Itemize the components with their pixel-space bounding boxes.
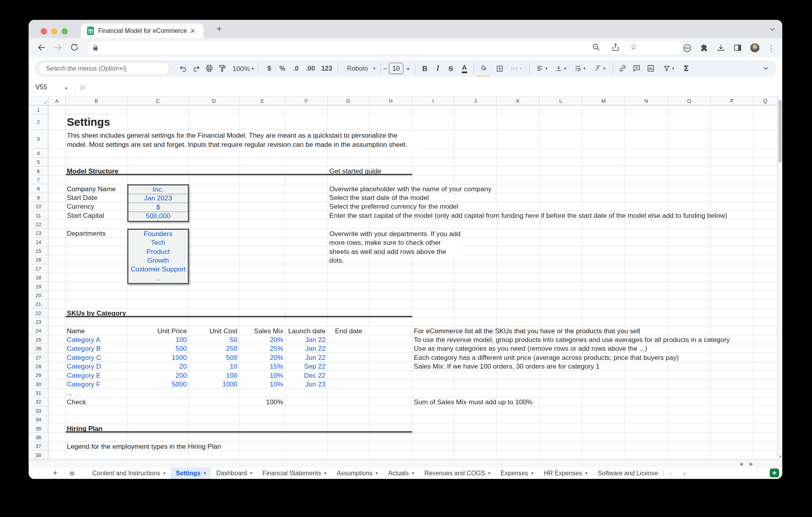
merge-cells-icon[interactable]: ▾ xyxy=(507,60,525,77)
row-header-1[interactable]: 1 xyxy=(29,106,48,114)
back-icon[interactable] xyxy=(37,43,46,52)
column-header-L[interactable]: L xyxy=(540,96,582,105)
sku-cell[interactable]: 25% xyxy=(239,345,283,353)
undo-icon[interactable] xyxy=(177,60,190,77)
row-header-16[interactable]: 16 xyxy=(29,256,48,264)
more-formats-button[interactable]: 123 xyxy=(320,60,334,77)
zoom-icon[interactable] xyxy=(592,43,600,52)
row-header-19[interactable]: 19 xyxy=(29,282,48,291)
hide-toolbar-chevron-icon[interactable] xyxy=(762,65,769,71)
department-cell[interactable]: .. xyxy=(128,274,188,283)
sheet-tab-dropdown-icon[interactable]: ▾ xyxy=(412,471,414,476)
row-header-27[interactable]: 27 xyxy=(29,353,48,362)
row-header-30[interactable]: 30 xyxy=(29,380,48,388)
next-sheets-icon[interactable]: › xyxy=(678,469,691,477)
column-header-J[interactable]: J xyxy=(454,96,497,105)
field-label-cell[interactable]: Start Capital xyxy=(67,211,104,219)
redo-icon[interactable] xyxy=(190,60,203,77)
scroll-right-icon[interactable]: ▶ xyxy=(748,461,755,466)
row-header-36[interactable]: 36 xyxy=(29,433,48,442)
add-sheet-button[interactable]: + xyxy=(50,467,61,479)
scroll-down-icon[interactable]: ▼ xyxy=(778,455,782,458)
row-header-6[interactable]: 6 xyxy=(29,167,48,175)
sheet-tab-dropdown-icon[interactable]: ▾ xyxy=(204,471,206,476)
departments-box[interactable]: FoundersTechProductGrowthCustomer Suppor… xyxy=(127,229,189,284)
field-note-cell[interactable]: Select the preferred currency for the mo… xyxy=(329,203,458,211)
column-header-B[interactable]: B xyxy=(66,96,127,105)
tab-search-chevron-icon[interactable] xyxy=(769,25,776,33)
browser-tab[interactable]: Financial Model for eCommerce ✕ xyxy=(81,23,203,38)
department-cell[interactable]: Customer Support xyxy=(128,265,188,274)
sku-cell[interactable]: 20% xyxy=(239,354,283,361)
sku-cell[interactable]: 1000 xyxy=(189,380,237,388)
column-header-C[interactable]: C xyxy=(127,96,189,105)
sku-cell[interactable]: Category E xyxy=(67,371,101,379)
check-label-cell[interactable]: Check xyxy=(67,398,86,406)
field-value-cell[interactable]: 500,000 xyxy=(128,212,188,221)
row-header-25[interactable]: 25 xyxy=(29,335,48,344)
sku-cell[interactable]: 10 xyxy=(189,362,237,370)
row-header-14[interactable]: 14 xyxy=(29,238,48,246)
row-header-24[interactable]: 24 xyxy=(29,327,48,335)
formula-input[interactable] xyxy=(96,79,782,96)
bookmark-star-icon[interactable]: ☆ xyxy=(630,43,637,52)
row-header-32[interactable]: 32 xyxy=(29,398,48,406)
sheet-tab-dropdown-icon[interactable]: ▾ xyxy=(376,471,378,476)
forward-icon[interactable] xyxy=(53,43,63,52)
font-select[interactable]: Roboto▾ xyxy=(343,60,377,77)
strikethrough-button[interactable]: S xyxy=(444,60,457,77)
department-cell[interactable]: Product xyxy=(128,248,188,256)
row-header-11[interactable]: 11 xyxy=(29,211,48,220)
sku-cell[interactable]: 100 xyxy=(127,336,187,344)
row-header-10[interactable]: 10 xyxy=(29,202,48,211)
sku-cell[interactable]: Dec 22 xyxy=(285,371,326,379)
hiring-plan-legend-cell[interactable]: Legend for the employment types in the H… xyxy=(67,442,221,450)
sku-header-cell[interactable]: Unit Price xyxy=(127,327,187,335)
sku-cell[interactable]: Jan 22 xyxy=(285,336,326,344)
spreadsheet-grid[interactable]: ABCDEFGHIJKLMNOPQ 1234567891011121314151… xyxy=(29,96,778,459)
zoom-select[interactable]: 100%▾ xyxy=(232,60,255,77)
select-all-corner[interactable] xyxy=(29,96,48,105)
sheet-tab-dropdown-icon[interactable]: ▾ xyxy=(163,471,165,476)
sheet-tab-expenses[interactable]: Expenses▾ xyxy=(496,467,539,479)
check-value-cell[interactable]: 100% xyxy=(239,398,283,406)
column-header-G[interactable]: G xyxy=(328,96,370,105)
italic-button[interactable]: I xyxy=(431,60,444,77)
sku-cell[interactable]: Jun 22 xyxy=(285,354,326,361)
text-wrap-icon[interactable]: ▾ xyxy=(570,60,590,77)
text-color-button[interactable]: A xyxy=(458,60,471,77)
row-header-9[interactable]: 9 xyxy=(29,193,48,202)
borders-icon[interactable] xyxy=(492,60,506,77)
close-tab-icon[interactable]: ✕ xyxy=(190,27,195,35)
field-note-cell[interactable]: Enter the start capital of the model (on… xyxy=(329,211,727,219)
field-note-cell[interactable]: Overwrite placeholder with the name of y… xyxy=(329,185,492,193)
sku-cell[interactable]: 10% xyxy=(239,371,283,379)
row-header-17[interactable]: 17 xyxy=(29,264,48,273)
row-header-2[interactable]: 2 xyxy=(29,114,48,130)
profile-avatar[interactable] xyxy=(750,43,760,53)
sheet-tab-dropdown-icon[interactable]: ▾ xyxy=(531,471,533,476)
column-header-M[interactable]: M xyxy=(582,96,625,105)
field-value-cell[interactable]: $ xyxy=(128,203,188,212)
increase-font-size-button[interactable]: + xyxy=(404,60,412,77)
decrease-decimal-button[interactable]: .0 xyxy=(289,60,303,77)
sku-cell[interactable]: 50 xyxy=(189,336,237,344)
sku-cell[interactable]: Category C xyxy=(67,354,101,361)
extension-code-icon[interactable] xyxy=(683,43,692,53)
sku-cell[interactable]: Jan 22 xyxy=(285,345,326,353)
sheet-tab-dashboard[interactable]: Dashboard▾ xyxy=(211,467,257,479)
sku-cell[interactable]: Category B xyxy=(67,345,101,353)
column-header-K[interactable]: K xyxy=(497,96,540,105)
row-header-34[interactable]: 34 xyxy=(29,415,48,424)
decrease-font-size-button[interactable]: − xyxy=(381,60,389,77)
column-header-N[interactable]: N xyxy=(625,96,668,105)
text-rotation-icon[interactable]: ▾ xyxy=(590,60,609,77)
browser-menu-icon[interactable]: ⋮ xyxy=(768,44,775,52)
department-cell[interactable]: Founders xyxy=(128,230,188,238)
sku-cell[interactable]: 500 xyxy=(127,345,187,353)
close-window-button[interactable] xyxy=(41,28,47,35)
side-panel-icon[interactable] xyxy=(733,43,742,52)
field-label-cell[interactable]: Company Name xyxy=(67,185,116,193)
sku-note-cell[interactable]: For eCommerce list all the SKUs that you… xyxy=(414,327,640,335)
row-header-23[interactable]: 23 xyxy=(29,317,48,326)
